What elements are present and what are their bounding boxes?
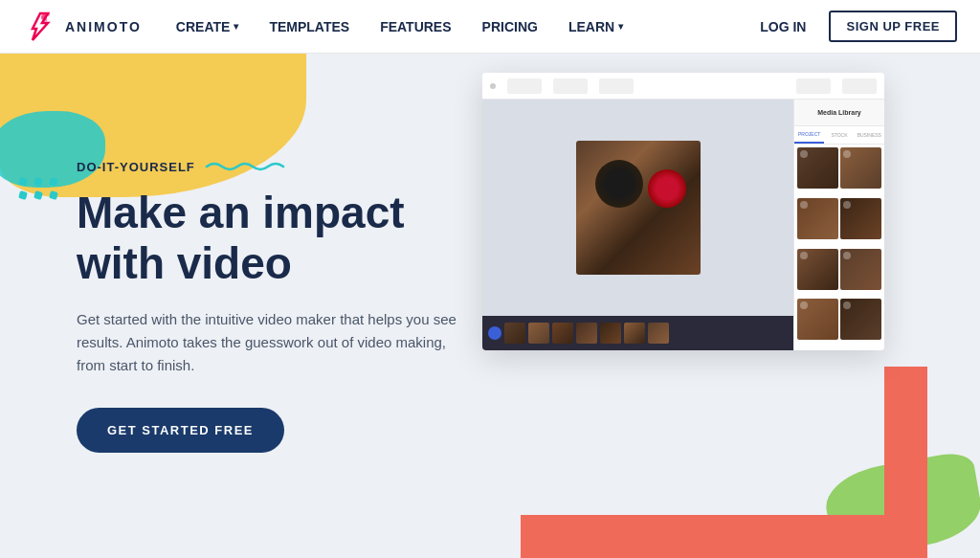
timeline-thumb-1 — [504, 323, 525, 344]
hero-content: DO-IT-YOURSELF Make an impact with video… — [0, 159, 459, 453]
toolbar-btn-2 — [553, 78, 588, 94]
mockup-toolbar — [482, 73, 884, 100]
navbar: ANIMOTO CREATE ▾ TEMPLATES FEATURES PRIC… — [0, 0, 980, 54]
timeline-thumb-4 — [576, 323, 597, 344]
nav-templates[interactable]: TEMPLATES — [269, 19, 349, 34]
sidebar-media-grid — [794, 145, 884, 350]
sidebar-tab-business: BUSINESS — [855, 126, 884, 144]
nav-pricing[interactable]: PRICING — [482, 19, 538, 34]
nav-learn[interactable]: LEARN ▾ — [568, 19, 623, 34]
sidebar-thumb-2 — [840, 147, 881, 189]
sidebar-header: Media Library — [794, 100, 884, 126]
chevron-down-icon: ▾ — [234, 21, 238, 32]
sidebar-thumb-8 — [840, 299, 881, 340]
timeline-thumb-2 — [528, 323, 549, 344]
nav-links: CREATE ▾ TEMPLATES FEATURES PRICING LEAR… — [176, 19, 760, 34]
mockup-editor-window: Media Library PROJECT STOCK BUSINESS — [482, 73, 884, 350]
timeline-playhead — [488, 326, 501, 340]
coral-bar-shape — [521, 515, 923, 558]
hero-title: Make an impact with video — [77, 188, 459, 289]
toolbar-btn-3 — [599, 78, 634, 94]
food-photo — [576, 141, 701, 275]
nav-create[interactable]: CREATE ▾ — [176, 19, 239, 34]
mockup-timeline — [482, 316, 793, 350]
nav-right: LOG IN SIGN UP FREE — [760, 11, 957, 42]
sidebar-tab-project: PROJECT — [794, 126, 824, 144]
editor-mockup: Media Library PROJECT STOCK BUSINESS — [482, 73, 884, 350]
diy-label: DO-IT-YOURSELF — [77, 159, 459, 174]
sidebar-thumb-6 — [840, 249, 881, 290]
sidebar-thumb-4 — [840, 198, 881, 239]
sidebar-thumb-1 — [797, 147, 838, 189]
sidebar-thumb-7 — [797, 299, 838, 340]
timeline-thumb-7 — [648, 323, 669, 344]
toolbar-btn-5 — [842, 78, 877, 94]
sidebar-tab-stock: STOCK — [824, 126, 854, 144]
sidebar-thumb-5 — [797, 249, 838, 290]
nav-features[interactable]: FEATURES — [380, 19, 451, 34]
hero-subtitle: Get started with the intuitive video mak… — [77, 308, 459, 377]
sidebar-tabs: PROJECT STOCK BUSINESS — [794, 126, 884, 145]
logo-text: ANIMOTO — [65, 19, 142, 34]
toolbar-btn-1 — [507, 78, 542, 94]
mockup-sidebar: Media Library PROJECT STOCK BUSINESS — [793, 100, 884, 350]
sidebar-title: Media Library — [817, 109, 861, 116]
timeline-thumb-5 — [600, 323, 621, 344]
mockup-canvas — [482, 100, 793, 316]
toolbar-btn-4 — [796, 78, 831, 94]
timeline-thumb-6 — [624, 323, 645, 344]
chevron-down-icon: ▾ — [618, 21, 623, 32]
svg-point-2 — [46, 12, 50, 16]
login-button[interactable]: LOG IN — [760, 19, 806, 34]
wave-icon — [205, 159, 281, 174]
mockup-canvas-area — [482, 100, 793, 350]
logo-icon — [23, 10, 57, 44]
timeline-thumb-3 — [552, 323, 573, 344]
toolbar-dot-1 — [490, 83, 496, 89]
sidebar-thumb-3 — [797, 198, 838, 239]
signup-button[interactable]: SIGN UP FREE — [829, 11, 957, 42]
logo[interactable]: ANIMOTO — [23, 10, 142, 44]
svg-point-3 — [45, 18, 48, 21]
hero-section: DO-IT-YOURSELF Make an impact with video… — [0, 54, 980, 558]
cta-button[interactable]: GET STARTED FREE — [77, 408, 284, 453]
mockup-body: Media Library PROJECT STOCK BUSINESS — [482, 100, 884, 350]
